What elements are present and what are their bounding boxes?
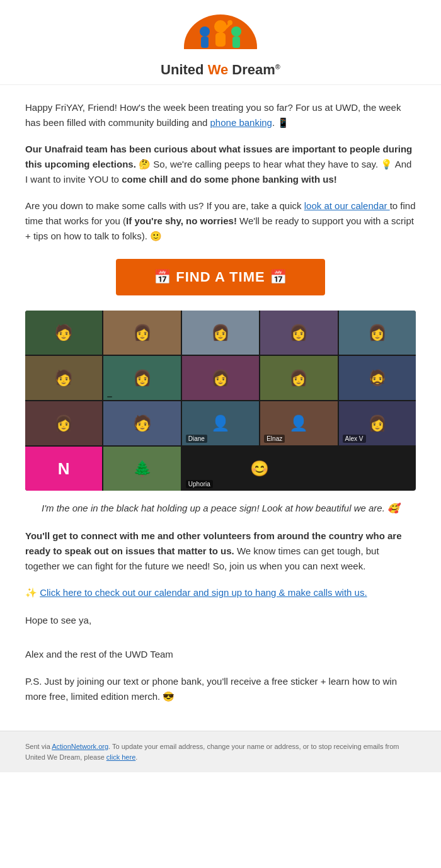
zoom-name-alexv: Alex V — [343, 435, 366, 443]
zoom-cell-13: 👤 Diane — [182, 401, 259, 445]
intro-paragraph: Happy FriYAY, Friend! How's the week bee… — [25, 100, 416, 130]
logo-text: United We Dream® — [161, 62, 280, 78]
ps-section: P.S. Just by joining our text or phone b… — [25, 674, 416, 704]
svg-point-9 — [227, 20, 232, 25]
zoom-cell-12: 🧑 — [103, 401, 180, 445]
person-6: 🧑 — [25, 356, 102, 400]
logo-dream: Dream — [232, 62, 275, 77]
footer-text-1: Sent via — [25, 743, 52, 750]
person-1: 🧑 — [25, 311, 102, 355]
calendar-signup-link[interactable]: Click here to check out our calendar and… — [40, 587, 367, 598]
email-content: Happy FriYAY, Friend! How's the week bee… — [0, 85, 441, 731]
zoom-name-diane: Diane — [186, 435, 207, 443]
zoom-screenshot: 🧑 👩 👩 👩 👩 🧑 👩 👩 — [25, 311, 416, 491]
footer-text-3: . — [135, 753, 137, 761]
person-4: 👩 — [260, 311, 337, 355]
person-7: 👩 — [103, 356, 180, 400]
logo-icon — [183, 13, 258, 57]
logo-tm: ® — [275, 63, 280, 71]
find-time-button[interactable]: 📅 FIND A TIME 📅 — [116, 259, 325, 295]
sign-off: Hope to see ya, Alex and the rest of the… — [25, 612, 416, 663]
logo-united: United — [161, 62, 208, 77]
email-wrapper: United We Dream® Happy FriYAY, Friend! H… — [0, 0, 441, 868]
svg-point-2 — [200, 26, 210, 37]
zoom-cell-14: 👤 Elnaz — [260, 401, 337, 445]
zoom-cell-4: 👩 — [260, 311, 337, 355]
intro-text-2: . 📱 — [272, 117, 289, 128]
sparkle-section: ✨ Click here to check out our calendar a… — [25, 585, 416, 600]
zoom-cell-6: 🧑 — [25, 356, 102, 400]
person-12: 🧑 — [103, 401, 180, 445]
zoom-cell-3: 👩 — [182, 311, 259, 355]
click-here-link[interactable]: click here — [106, 753, 135, 761]
zoom-cell-n: N — [25, 447, 102, 491]
svg-rect-5 — [215, 33, 226, 47]
zoom-cell-11: 👩 — [25, 401, 102, 445]
zoom-cell-uphoria: 😊 Uphoria — [182, 447, 338, 491]
calendar-paragraph: Are you down to make some calls with us?… — [25, 198, 416, 244]
person-3: 👩 — [182, 311, 259, 355]
logo-we: We — [208, 62, 232, 77]
person-9: 👩 — [260, 356, 337, 400]
shy-text: If you're shy, no worries! — [126, 215, 237, 226]
zoom-cell-2: 👩 — [103, 311, 180, 355]
email-header: United We Dream® — [0, 0, 441, 85]
zoom-cell-7: 👩 — [103, 356, 180, 400]
zoom-name-uphoria: Uphoria — [186, 480, 213, 488]
person-8: 👩 — [182, 356, 259, 400]
zoom-cell-1: 🧑 — [25, 311, 102, 355]
sparkle-emoji: ✨ — [25, 587, 37, 598]
zoom-cell-15: 👩 Alex V — [339, 401, 416, 445]
email-footer: Sent via ActionNetwork.org. To update yo… — [0, 731, 441, 772]
svg-rect-3 — [201, 37, 209, 48]
body-section-1: You'll get to connect with me and other … — [25, 528, 416, 574]
svg-point-6 — [231, 26, 241, 37]
bold-text-2: come chill and do some phone banking wit… — [122, 174, 337, 185]
cta-container: 📅 FIND A TIME 📅 — [25, 259, 416, 295]
zoom-name-elnaz: Elnaz — [264, 435, 285, 443]
person-11: 👩 — [25, 401, 102, 445]
person-2: 👩 — [103, 311, 180, 355]
person-5: 👩 — [339, 311, 416, 355]
svg-point-4 — [214, 20, 227, 33]
sign-off-line1: Hope to see ya, — [25, 612, 416, 629]
sign-off-line3: Alex and the rest of the UWD Team — [25, 646, 416, 663]
zoom-cell-10: 🧔 — [339, 356, 416, 400]
action-network-link[interactable]: ActionNetwork.org — [52, 743, 108, 750]
phone-banking-link[interactable]: phone banking — [210, 117, 272, 128]
zoom-cell-8: 👩 — [182, 356, 259, 400]
logo-container: United We Dream® — [161, 13, 280, 78]
person-photo: 🌲 — [103, 447, 180, 491]
person-10: 🧔 — [339, 356, 416, 400]
zoom-cell-5: 👩 — [339, 311, 416, 355]
zoom-cell-photo: 🌲 — [103, 447, 180, 491]
bold-section: Our Unafraid team has been curious about… — [25, 142, 416, 187]
svg-rect-7 — [232, 37, 240, 48]
zoom-n-letter: N — [58, 459, 70, 479]
zoom-cell-9: 👩 — [260, 356, 337, 400]
photo-caption: I'm the one in the black hat holding up … — [25, 501, 416, 516]
calendar-text-1: Are you down to make some calls with us?… — [25, 200, 304, 211]
zoom-name-7 — [107, 396, 112, 397]
calendar-link[interactable]: look at our calendar — [304, 200, 390, 211]
